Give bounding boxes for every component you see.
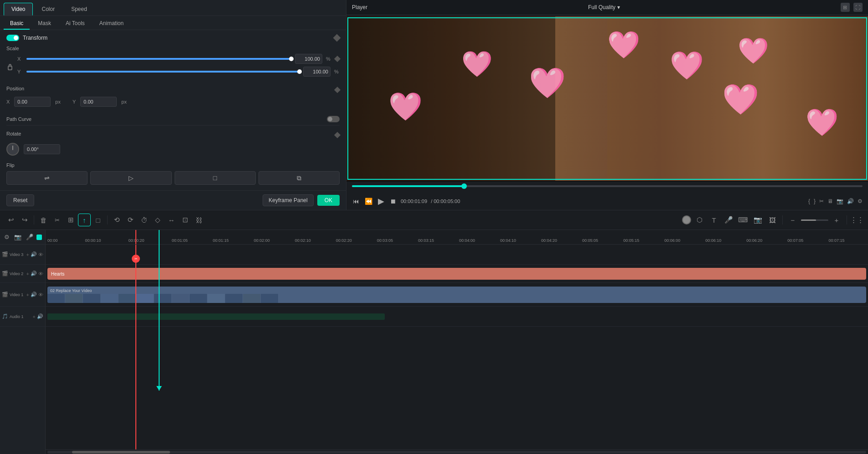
sticker-btn[interactable]: ⬡: [693, 214, 706, 226]
heart-8: 🩷: [806, 107, 838, 138]
transform-keyframe-diamond[interactable]: [333, 34, 341, 42]
ruler-mark-7: 00:02:20: [336, 238, 352, 243]
subtab-mask[interactable]: Mask: [31, 18, 57, 30]
speed-button[interactable]: ⏱: [138, 214, 150, 226]
rotate-input[interactable]: 0.00°: [24, 144, 60, 154]
rotate-dial[interactable]: [6, 143, 19, 156]
text-btn[interactable]: T: [708, 214, 720, 226]
auto-button[interactable]: ↔: [165, 214, 178, 226]
zoom-in-btn[interactable]: +: [830, 214, 843, 226]
freeze-button[interactable]: ◇: [151, 214, 164, 226]
tab-speed[interactable]: Speed: [63, 3, 95, 16]
quality-select[interactable]: Full Quality ▾: [588, 4, 620, 10]
track-hearts-vol[interactable]: 🔊: [31, 271, 37, 277]
ok-button[interactable]: OK: [317, 195, 340, 206]
position-x-input[interactable]: 0.00: [14, 97, 51, 107]
scale-lock-icon[interactable]: [6, 54, 14, 79]
step-back-button[interactable]: ⏪: [364, 197, 373, 206]
progress-bar[interactable]: [352, 185, 863, 187]
monitor-icon[interactable]: 🖥: [827, 198, 833, 204]
link-button[interactable]: ⟲: [110, 214, 123, 226]
scale-label: Scale: [6, 46, 340, 51]
record-btn[interactable]: [682, 215, 691, 224]
scissors-icon[interactable]: ✂: [819, 198, 824, 204]
timeline-scrollbar[interactable]: [46, 449, 868, 454]
timeline-camera-btn[interactable]: 📷: [13, 232, 23, 242]
track-video3-vol[interactable]: 🔊: [31, 251, 37, 257]
scale-y-slider[interactable]: [26, 71, 300, 73]
flip-arrow-btn[interactable]: ▷: [90, 171, 171, 185]
voiceover-btn[interactable]: 🎤: [722, 214, 735, 226]
track-audio1-vol[interactable]: 🔊: [37, 313, 43, 319]
rewind-button[interactable]: ⏮: [352, 197, 360, 206]
track-video1-add[interactable]: +: [26, 292, 29, 297]
camera-icon[interactable]: 📷: [837, 198, 843, 204]
track-video1[interactable]: 02 Replace Your Video: [46, 283, 868, 307]
bracket-right-icon[interactable]: }: [814, 198, 816, 204]
subtab-basic[interactable]: Basic: [4, 18, 30, 30]
scale-y-input[interactable]: 100.00: [303, 67, 331, 77]
stop-button[interactable]: ⏹: [389, 197, 397, 206]
path-curve-toggle[interactable]: [327, 116, 340, 122]
track-video3-add[interactable]: +: [26, 252, 29, 257]
flip-rect-btn[interactable]: □: [175, 171, 256, 185]
ripple-button[interactable]: ⊡: [179, 214, 191, 226]
cut-button[interactable]: ✂: [51, 214, 63, 226]
player-grid-icon[interactable]: ⊞: [841, 3, 850, 12]
timeline-settings-btn[interactable]: ⚙: [3, 232, 11, 242]
crop-button[interactable]: ⊞: [64, 214, 77, 226]
snap-button[interactable]: ⛓: [192, 214, 205, 226]
reset-button[interactable]: Reset: [6, 194, 34, 206]
track-audio1-add[interactable]: +: [33, 314, 36, 319]
caption-btn[interactable]: ⌨: [737, 214, 749, 226]
tab-video[interactable]: Video: [4, 3, 33, 16]
scale-x-input[interactable]: 100.00: [295, 54, 322, 64]
transform-toggle[interactable]: [6, 35, 19, 41]
track-video1-eye[interactable]: 👁: [38, 292, 43, 297]
settings-icon[interactable]: ⚙: [858, 198, 863, 204]
video1-clip[interactable]: 02 Replace Your Video: [47, 287, 866, 303]
photo-btn[interactable]: 📷: [751, 214, 764, 226]
scale-x-keyframe[interactable]: [334, 56, 341, 62]
track-hearts-add[interactable]: +: [26, 271, 29, 277]
timeline-snap-btn[interactable]: [36, 235, 42, 240]
flip-horizontal-btn[interactable]: ⇌: [6, 171, 88, 185]
play-button[interactable]: ▶: [377, 195, 385, 207]
transform-section-header: Transform: [6, 35, 340, 41]
undo-button[interactable]: ↩: [5, 214, 17, 226]
unlink-button[interactable]: ⟳: [124, 214, 137, 226]
position-keyframe[interactable]: [334, 87, 341, 93]
volume-icon[interactable]: 🔊: [847, 198, 854, 204]
zoom-slider[interactable]: [801, 219, 828, 221]
scale-y-row: Y 100.00 %: [17, 67, 340, 77]
redo-button[interactable]: ↪: [18, 214, 31, 226]
tab-color[interactable]: Color: [34, 3, 62, 16]
more-options-btn[interactable]: ⋮⋮: [851, 214, 863, 226]
timeline-ruler[interactable]: 00:00 00:00:10 00:00:20 00:01:05 00:01:1…: [46, 230, 868, 245]
scrollbar-thumb[interactable]: [72, 451, 170, 454]
subtab-ai-tools[interactable]: Ai Tools: [59, 18, 91, 30]
player-screen-icon[interactable]: ⛶: [853, 3, 863, 12]
delete-button[interactable]: 🗑: [37, 214, 50, 226]
scale-x-slider[interactable]: [26, 58, 291, 60]
timeline-mic-btn[interactable]: 🎤: [25, 232, 35, 242]
flip-copy-btn[interactable]: ⧉: [258, 171, 340, 185]
track-hearts[interactable]: Hearts: [46, 265, 868, 283]
hearts-clip[interactable]: Hearts: [47, 268, 866, 280]
track-hearts-eye[interactable]: 👁: [38, 271, 43, 277]
zoom-out-btn[interactable]: −: [786, 214, 799, 226]
subtab-animation[interactable]: Animation: [93, 18, 130, 30]
cursor-button[interactable]: ↑: [78, 214, 91, 226]
rotate-keyframe[interactable]: [334, 132, 341, 138]
track-hearts-icon: 🎬: [2, 271, 8, 277]
track-video3-eye[interactable]: 👁: [38, 252, 43, 257]
scrollbar-track[interactable]: [47, 451, 866, 454]
bracket-left-icon[interactable]: {: [808, 198, 810, 204]
position-y-input[interactable]: 0.00: [80, 97, 117, 107]
sub-tab-bar: Basic Mask Ai Tools Animation: [0, 16, 346, 30]
track-video1-vol[interactable]: 🔊: [31, 292, 37, 297]
rotate-button[interactable]: □: [92, 214, 104, 226]
keyframe-panel-button[interactable]: Keyframe Panel: [263, 194, 313, 206]
audio-waveform: [47, 313, 385, 320]
picture-btn[interactable]: 🖼: [766, 214, 779, 226]
